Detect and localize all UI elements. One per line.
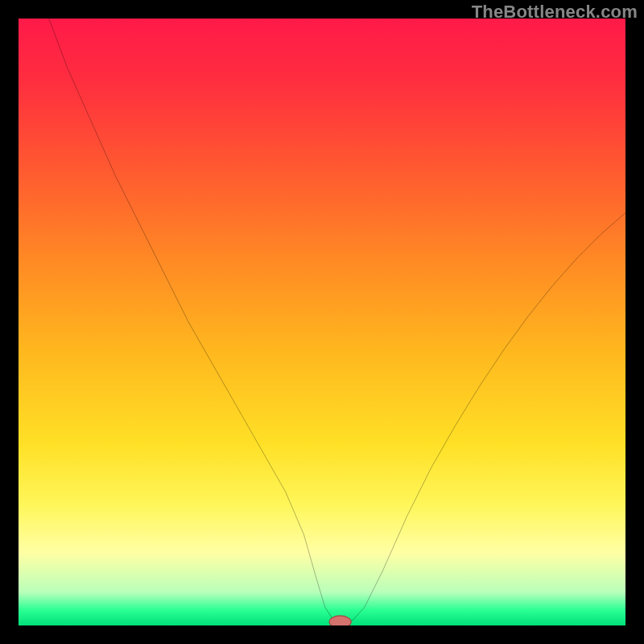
plot-area xyxy=(19,19,625,625)
chart-frame: TheBottleneck.com xyxy=(0,0,644,644)
optimal-point-marker xyxy=(329,616,351,625)
plot-svg xyxy=(19,19,625,625)
gradient-rect xyxy=(19,19,625,625)
